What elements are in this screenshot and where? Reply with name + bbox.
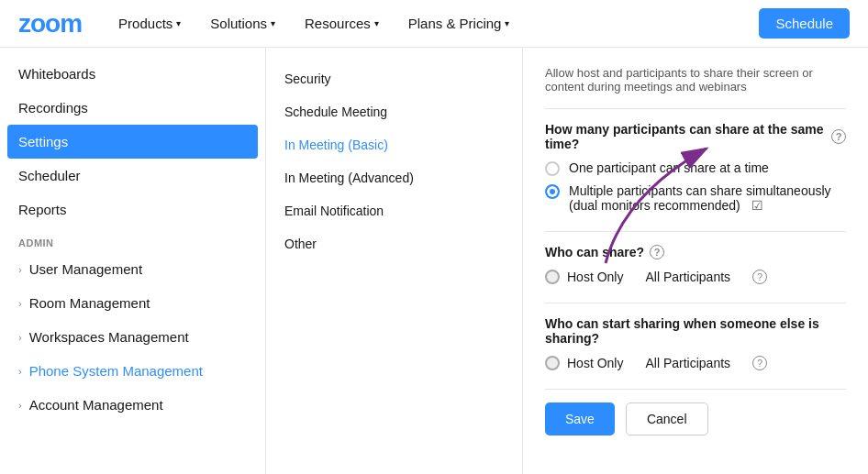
- sidebar-item-reports[interactable]: Reports: [0, 193, 265, 226]
- option-all-participants-share[interactable]: All Participants: [645, 270, 730, 284]
- question3-inline-help-icon[interactable]: ?: [752, 356, 767, 370]
- question1-label: How many participants can share at the s…: [545, 122, 846, 151]
- sidebar-item-scheduler[interactable]: Scheduler: [0, 159, 265, 193]
- divider-2: [545, 231, 846, 232]
- subnav-security[interactable]: Security: [266, 62, 522, 95]
- question-who-can-start-sharing: Who can start sharing when someone else …: [545, 316, 846, 370]
- sidebar-item-phone-system[interactable]: › Phone System Management: [0, 354, 265, 388]
- expand-icon-room: ›: [18, 298, 22, 309]
- action-buttons: Save Cancel: [545, 402, 846, 435]
- option-host-only-share[interactable]: Host Only: [545, 269, 623, 284]
- nav-resources[interactable]: Resources ▾: [305, 16, 379, 31]
- divider-1: [545, 108, 846, 109]
- expand-icon-phone: ›: [18, 366, 22, 377]
- expand-icon-workspaces: ›: [18, 332, 22, 343]
- question2-help-icon[interactable]: ?: [650, 245, 664, 259]
- who-can-start-sharing-options: Host Only All Participants ?: [545, 355, 846, 370]
- products-caret-icon: ▾: [176, 18, 181, 28]
- cancel-button[interactable]: Cancel: [626, 402, 708, 435]
- sidebar-item-whiteboards[interactable]: Whiteboards: [0, 57, 265, 91]
- zoom-logo: zoom: [18, 9, 82, 39]
- subnav-in-meeting-advanced[interactable]: In Meeting (Advanced): [266, 161, 522, 194]
- question-participants-share: How many participants can share at the s…: [545, 122, 846, 213]
- nav-plans-pricing[interactable]: Plans & Pricing ▾: [408, 16, 510, 31]
- expand-icon-account: ›: [18, 400, 22, 411]
- radio-one-participant[interactable]: [545, 161, 560, 176]
- nav-products[interactable]: Products ▾: [118, 16, 181, 31]
- expand-icon-user: ›: [18, 264, 22, 275]
- subnav-schedule-meeting[interactable]: Schedule Meeting: [266, 95, 522, 128]
- question3-label: Who can start sharing when someone else …: [545, 316, 846, 346]
- edit-icon: ☑: [751, 198, 763, 213]
- divider-3: [545, 303, 846, 303]
- sidebar-item-recordings[interactable]: Recordings: [0, 91, 265, 125]
- who-can-share-options: Host Only All Participants ?: [545, 269, 846, 284]
- admin-section-label: ADMIN: [0, 226, 265, 252]
- option-multiple-participants[interactable]: Multiple participants can share simultan…: [545, 183, 846, 213]
- divider-4: [545, 389, 846, 390]
- option-host-only-start[interactable]: Host Only: [545, 355, 623, 370]
- sidebar-item-account-management[interactable]: › Account Management: [0, 388, 265, 422]
- schedule-button[interactable]: Schedule: [759, 8, 850, 39]
- radio-host-only-start[interactable]: [545, 356, 560, 370]
- subnav-in-meeting-basic[interactable]: In Meeting (Basic): [266, 128, 522, 161]
- settings-content: Allow host and participants to share the…: [523, 48, 868, 474]
- sidebar: Whiteboards Recordings Settings Schedule…: [0, 48, 266, 474]
- subnav-other[interactable]: Other: [266, 227, 522, 260]
- sidebar-item-user-management[interactable]: › User Management: [0, 252, 265, 286]
- nav-links: Products ▾ Solutions ▾ Resources ▾ Plans…: [118, 16, 759, 31]
- question2-inline-help-icon[interactable]: ?: [752, 270, 767, 284]
- option-all-participants-start[interactable]: All Participants: [645, 356, 730, 370]
- question1-help-icon[interactable]: ?: [831, 129, 846, 144]
- radio-host-only-share[interactable]: [545, 270, 560, 284]
- screen-share-description: Allow host and participants to share the…: [545, 66, 846, 94]
- main-layout: Whiteboards Recordings Settings Schedule…: [0, 48, 868, 474]
- plans-caret-icon: ▾: [505, 18, 509, 28]
- sidebar-item-room-management[interactable]: › Room Management: [0, 286, 265, 320]
- sidebar-item-workspaces-management[interactable]: › Workspaces Management: [0, 320, 265, 354]
- question-who-can-share: Who can share? ? Host Only All Participa…: [545, 245, 846, 284]
- resources-caret-icon: ▾: [374, 18, 379, 28]
- top-nav: zoom Products ▾ Solutions ▾ Resources ▾ …: [0, 0, 868, 48]
- nav-solutions[interactable]: Solutions ▾: [210, 16, 275, 31]
- settings-subnav: Security Schedule Meeting In Meeting (Ba…: [266, 48, 523, 474]
- question2-label: Who can share? ?: [545, 245, 846, 259]
- option-one-participant[interactable]: One participant can share at a time: [545, 160, 846, 176]
- solutions-caret-icon: ▾: [271, 18, 275, 28]
- radio-multiple-participants[interactable]: [545, 184, 560, 199]
- sidebar-item-settings[interactable]: Settings: [7, 125, 258, 159]
- save-button[interactable]: Save: [545, 402, 615, 435]
- subnav-email-notification[interactable]: Email Notification: [266, 194, 522, 227]
